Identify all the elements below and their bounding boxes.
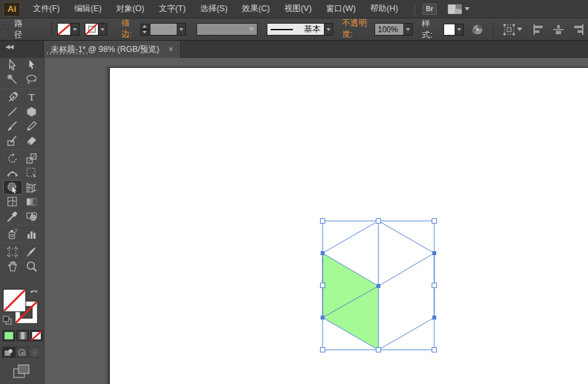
magic-wand-tool[interactable] <box>3 72 22 87</box>
anchor-point[interactable] <box>376 284 380 288</box>
blob-brush-tool[interactable] <box>3 133 22 148</box>
gradient-button[interactable] <box>16 330 29 341</box>
selection-handle[interactable] <box>321 219 325 224</box>
shape-tool[interactable] <box>22 105 41 119</box>
blob-brush-icon <box>7 135 18 147</box>
pen-icon <box>7 91 18 103</box>
eyedropper-tool[interactable] <box>3 209 22 224</box>
fill-indicator[interactable] <box>3 289 26 312</box>
tools-panel: T <box>0 58 45 384</box>
tools-dock-header: ◀◀ <box>0 41 43 58</box>
collapse-panel-icon[interactable]: ◀◀ <box>5 43 13 50</box>
none-button[interactable] <box>30 330 43 341</box>
selection-handle[interactable] <box>376 219 381 224</box>
mesh-icon <box>7 196 18 208</box>
width-tool-icon <box>7 167 18 179</box>
selection-handle[interactable] <box>432 348 437 352</box>
selection-tool[interactable] <box>3 58 22 72</box>
paintbrush-tool[interactable] <box>3 119 22 133</box>
selection-tool-icon <box>7 59 18 71</box>
blend-icon <box>26 210 37 222</box>
path-edge[interactable] <box>378 318 434 350</box>
free-transform-tool[interactable] <box>22 166 41 180</box>
eraser-tool[interactable] <box>22 133 41 148</box>
path-edge[interactable] <box>378 253 434 286</box>
screen-mode-button[interactable] <box>13 364 30 381</box>
blend-tool[interactable] <box>22 209 41 224</box>
anchor-point[interactable] <box>321 251 325 255</box>
tool-separator <box>3 243 41 243</box>
direct-selection-tool[interactable] <box>22 58 41 72</box>
path-edge[interactable] <box>323 221 378 253</box>
lasso-tool[interactable] <box>22 72 41 87</box>
selection-handle[interactable] <box>321 283 325 288</box>
draw-normal-button[interactable] <box>2 347 15 358</box>
column-graph-tool[interactable] <box>22 227 41 241</box>
slice-tool[interactable] <box>22 245 41 259</box>
main-area: T <box>0 58 588 384</box>
draw-behind-icon <box>17 348 26 356</box>
rotate-tool[interactable] <box>3 151 22 166</box>
line-segment-icon <box>7 106 18 118</box>
pasteboard[interactable] <box>45 58 588 384</box>
polygon-shape-icon <box>26 106 37 118</box>
type-icon: T <box>26 91 37 103</box>
fill-stroke-indicator <box>0 287 45 328</box>
zoom-icon <box>26 260 37 272</box>
artboard-tool[interactable] <box>3 245 22 259</box>
gradient-tool[interactable] <box>22 195 41 209</box>
symbol-sprayer-icon <box>7 228 18 240</box>
free-transform-icon <box>26 167 37 179</box>
selected-shape[interactable] <box>45 0 588 384</box>
width-tool[interactable] <box>3 166 22 180</box>
mesh-tool[interactable] <box>3 195 22 209</box>
direct-selection-tool-icon <box>26 59 37 71</box>
draw-inside-icon <box>30 348 39 356</box>
perspective-grid-tool[interactable] <box>22 180 41 195</box>
magic-wand-icon <box>7 74 18 85</box>
pen-tool[interactable] <box>3 90 22 105</box>
lasso-icon <box>26 74 37 85</box>
pencil-icon <box>26 120 37 132</box>
anchor-point[interactable] <box>321 316 325 320</box>
selection-handle[interactable] <box>376 348 381 352</box>
gradient-icon <box>26 196 37 208</box>
anchor-point[interactable] <box>432 251 436 255</box>
selection-handle[interactable] <box>321 348 325 352</box>
svg-text:T: T <box>28 92 34 103</box>
selection-handle[interactable] <box>432 219 437 224</box>
scale-tool[interactable] <box>22 151 41 166</box>
draw-behind-button[interactable] <box>15 347 28 358</box>
line-segment-tool[interactable] <box>3 105 22 119</box>
screen-mode-icon <box>13 364 30 379</box>
type-tool[interactable]: T <box>22 90 41 105</box>
hand-tool[interactable] <box>3 259 22 274</box>
rotate-icon <box>7 153 18 164</box>
anchor-point[interactable] <box>432 316 436 320</box>
color-button[interactable] <box>3 330 15 341</box>
perspective-grid-icon <box>26 181 37 193</box>
tool-separator <box>3 88 41 89</box>
swap-fill-stroke-icon[interactable] <box>30 290 37 293</box>
draw-normal-icon <box>4 348 13 356</box>
column-graph-icon <box>26 228 37 240</box>
symbol-sprayer-tool[interactable] <box>3 227 22 241</box>
selection-handle[interactable] <box>432 283 437 288</box>
shape-builder-tool[interactable] <box>3 180 22 195</box>
hand-icon <box>7 260 18 272</box>
zoom-tool[interactable] <box>22 259 41 274</box>
artboard-icon <box>7 246 18 258</box>
paintbrush-icon <box>7 120 18 132</box>
context-label: 路径 <box>14 18 28 41</box>
scale-icon <box>26 153 37 164</box>
control-bar-grip[interactable] <box>1 21 5 38</box>
default-fill-stroke-icon[interactable] <box>3 316 11 324</box>
path-edge[interactable] <box>378 221 434 253</box>
draw-inside-button[interactable] <box>28 347 41 358</box>
eraser-icon <box>26 135 37 147</box>
paint-buttons <box>3 330 43 341</box>
slice-icon <box>26 246 37 258</box>
pencil-tool[interactable] <box>22 119 41 133</box>
shape-builder-icon <box>7 181 18 193</box>
eyedropper-icon <box>7 210 18 222</box>
